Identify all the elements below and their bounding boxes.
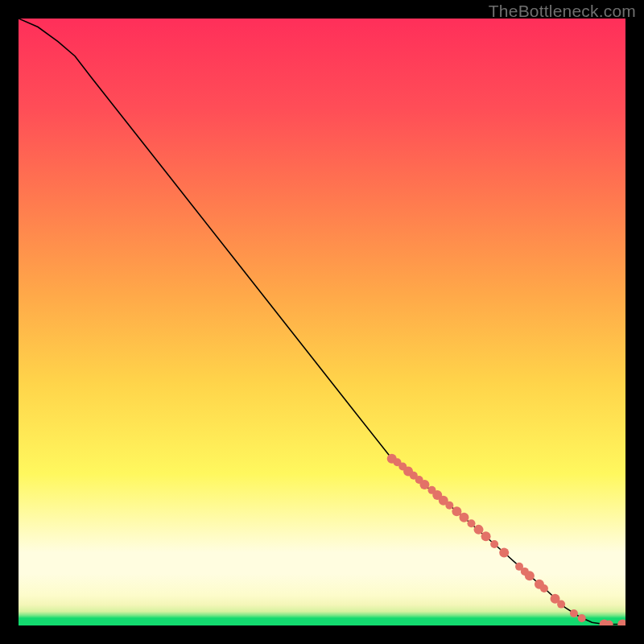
data-markers	[387, 454, 625, 625]
data-marker	[557, 601, 565, 609]
data-marker	[474, 525, 484, 535]
data-marker	[467, 519, 475, 527]
data-marker	[419, 480, 429, 489]
data-marker	[481, 531, 491, 541]
data-marker	[525, 571, 535, 580]
bottleneck-curve	[19, 19, 622, 624]
data-marker	[445, 502, 453, 510]
plot-overlay-svg	[19, 19, 625, 625]
data-marker	[540, 584, 548, 592]
watermark-text: TheBottleneck.com	[489, 2, 636, 21]
data-marker	[617, 619, 625, 625]
chart-stage: TheBottleneck.com	[0, 0, 644, 644]
data-marker	[499, 548, 509, 558]
data-marker	[490, 540, 498, 548]
plot-area	[19, 19, 625, 625]
data-marker	[570, 609, 578, 617]
data-marker	[459, 513, 469, 522]
data-marker	[578, 614, 586, 622]
